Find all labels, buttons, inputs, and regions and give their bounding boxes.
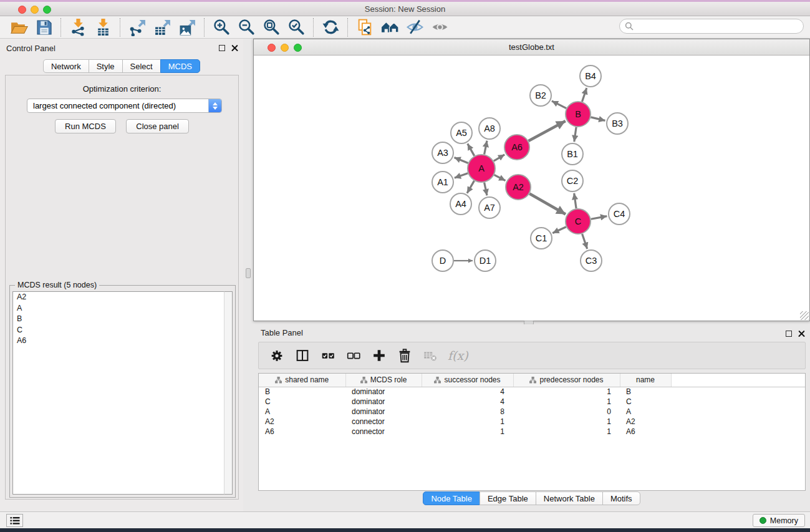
graph-edge[interactable] xyxy=(582,234,587,249)
mcds-result-item[interactable]: A xyxy=(13,303,232,314)
table-cell[interactable]: A xyxy=(620,407,671,417)
graph-edge[interactable] xyxy=(494,155,504,161)
tab-select[interactable]: Select xyxy=(122,59,161,73)
graph-edge[interactable] xyxy=(455,173,468,178)
zoom-out-button[interactable] xyxy=(234,17,259,37)
export-table-button[interactable] xyxy=(150,17,175,37)
eye-button[interactable] xyxy=(427,17,452,37)
mcds-result-list[interactable]: A2ABCA6 xyxy=(12,291,233,495)
table-cell[interactable]: A xyxy=(259,407,345,417)
result-list-scrollbar[interactable] xyxy=(224,291,233,495)
network-graph[interactable]: AA6A2BCA1A3A4A5A7A8B1B2B3B4C1C2C3C4DD1 xyxy=(254,56,809,321)
table-row[interactable]: A2connector11A2 xyxy=(259,417,805,427)
save-session-button[interactable] xyxy=(31,17,56,37)
tab-node-table[interactable]: Node Table xyxy=(423,491,480,505)
eye-slash-button[interactable] xyxy=(402,17,427,37)
refresh-button[interactable] xyxy=(318,17,343,37)
table-cell[interactable]: 1 xyxy=(422,417,513,427)
delete-table-button[interactable] xyxy=(420,345,441,366)
mcds-result-item[interactable]: A2 xyxy=(13,292,232,303)
column-header-predecessor-nodes[interactable]: predecessor nodes xyxy=(513,374,620,387)
table-cell[interactable]: 4 xyxy=(422,397,513,407)
graph-edge[interactable] xyxy=(529,121,566,141)
table-cell[interactable]: 8 xyxy=(422,407,513,417)
mcds-result-item[interactable]: A6 xyxy=(13,336,232,347)
close-panel-icon[interactable] xyxy=(231,44,238,51)
deselect-all-button[interactable] xyxy=(343,345,364,366)
table-cell[interactable]: dominator xyxy=(345,397,422,407)
export-image-button[interactable] xyxy=(175,17,200,37)
table-cell[interactable]: A2 xyxy=(620,417,671,427)
zoom-fit-button[interactable] xyxy=(259,17,284,37)
graph-edge[interactable] xyxy=(529,193,566,214)
table-cell[interactable]: A6 xyxy=(259,427,345,437)
table-cell[interactable]: connector xyxy=(345,427,422,437)
graph-edge[interactable] xyxy=(467,181,475,193)
close-table-panel-icon[interactable] xyxy=(798,330,805,337)
add-column-button[interactable] xyxy=(369,345,390,366)
table-row[interactable]: Adominator80A xyxy=(259,407,805,417)
table-cell[interactable]: dominator xyxy=(345,387,422,397)
table-cell[interactable]: 1 xyxy=(513,397,620,407)
column-header-shared-name[interactable]: shared name xyxy=(259,374,345,387)
table-cell[interactable]: 1 xyxy=(422,427,513,437)
graph-edge[interactable] xyxy=(591,117,605,121)
float-table-panel-icon[interactable] xyxy=(786,331,792,337)
column-header-mcds-role[interactable]: MCDS role xyxy=(345,374,422,387)
network-window-titlebar[interactable]: testGlobe.txt xyxy=(254,39,809,56)
task-history-button[interactable] xyxy=(6,514,23,527)
graph-edge[interactable] xyxy=(485,183,487,196)
table-row[interactable]: Bdominator41B xyxy=(259,387,805,397)
zoom-selected-button[interactable] xyxy=(284,17,309,37)
columns-button[interactable] xyxy=(292,345,313,366)
table-cell[interactable]: connector xyxy=(345,417,422,427)
new-session-from-network-button[interactable] xyxy=(352,17,377,37)
export-network-button[interactable] xyxy=(125,17,150,37)
close-panel-button[interactable]: Close panel xyxy=(126,119,189,133)
graph-edge[interactable] xyxy=(494,175,506,180)
table-cell[interactable]: A2 xyxy=(259,417,345,427)
function-builder-button[interactable]: f(x) xyxy=(445,349,468,362)
import-table-button[interactable] xyxy=(90,17,115,37)
table-cell[interactable]: A6 xyxy=(620,427,671,437)
table-cell[interactable]: B xyxy=(620,387,671,397)
table-row[interactable]: A6connector11A6 xyxy=(259,427,805,437)
search-input[interactable] xyxy=(619,19,804,34)
tab-edge-table[interactable]: Edge Table xyxy=(480,491,536,505)
graph-edge[interactable] xyxy=(574,127,576,142)
table-cell[interactable]: 0 xyxy=(513,407,620,417)
tab-style[interactable]: Style xyxy=(89,59,123,73)
table-cell[interactable]: C xyxy=(259,397,345,407)
window-resize-grip[interactable] xyxy=(800,311,809,320)
table-cell[interactable]: 1 xyxy=(513,427,620,437)
table-cell[interactable]: C xyxy=(620,397,671,407)
table-cell[interactable]: 4 xyxy=(422,387,513,397)
import-network-button[interactable] xyxy=(65,17,90,37)
column-header-name[interactable]: name xyxy=(620,374,671,387)
graph-edge[interactable] xyxy=(591,216,607,220)
table-cell[interactable]: dominator xyxy=(345,407,422,417)
mcds-result-item[interactable]: B xyxy=(13,314,232,325)
table-cell[interactable]: 1 xyxy=(513,387,620,397)
table-row[interactable]: Cdominator41C xyxy=(259,397,805,407)
tab-network-table[interactable]: Network Table xyxy=(536,491,603,505)
network-canvas[interactable]: AA6A2BCA1A3A4A5A7A8B1B2B3B4C1C2C3C4DD1 xyxy=(254,56,809,321)
graph-edge[interactable] xyxy=(485,141,487,155)
vertical-split-handle[interactable] xyxy=(246,268,251,278)
float-panel-icon[interactable] xyxy=(219,45,225,51)
run-mcds-button[interactable]: Run MCDS xyxy=(55,119,116,133)
memory-button[interactable]: Memory xyxy=(753,514,805,527)
graph-edge[interactable] xyxy=(582,88,587,102)
open-session-button[interactable] xyxy=(6,17,31,37)
graph-edge[interactable] xyxy=(552,101,566,109)
column-header-successor-nodes[interactable]: successor nodes xyxy=(422,374,513,387)
table-cell[interactable]: 1 xyxy=(513,417,620,427)
graph-edge[interactable] xyxy=(455,158,468,163)
mcds-result-item[interactable]: C xyxy=(13,325,232,336)
gear-button[interactable] xyxy=(266,345,287,366)
graph-edge[interactable] xyxy=(468,143,475,156)
tab-motifs[interactable]: Motifs xyxy=(602,491,640,505)
graph-edge[interactable] xyxy=(552,227,566,233)
select-all-button[interactable] xyxy=(317,345,339,366)
tab-network[interactable]: Network xyxy=(43,59,89,73)
